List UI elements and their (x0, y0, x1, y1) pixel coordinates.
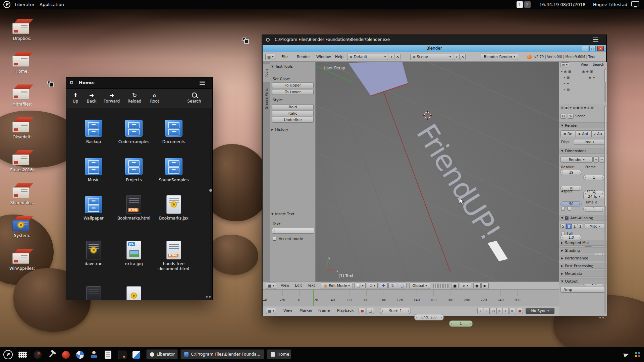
up-button[interactable]: ⬆ Up (69, 92, 82, 104)
panel-metadata[interactable]: ▶Metadata (559, 270, 607, 277)
frame-start-field[interactable]: Start:1 (380, 308, 411, 314)
panel-render[interactable]: ▼Render (559, 122, 607, 128)
resize-grip[interactable] (209, 296, 211, 298)
orientation-select[interactable]: Global▾ (409, 283, 430, 289)
panel-performance[interactable]: ▶Performance (559, 255, 607, 261)
resolution-pct-slider[interactable]: 50 (560, 201, 582, 206)
desktop-icon-home[interactable]: Home: (6, 52, 38, 74)
taskbar-button-liberator[interactable]: Liberator (146, 349, 178, 359)
audio-button[interactable]: ♪Au (591, 130, 605, 137)
underline-button[interactable]: Underline (272, 117, 314, 123)
menu-text[interactable]: Text (308, 282, 315, 289)
file-item[interactable]: dave.run (73, 241, 114, 266)
desktop-icon-dropbox[interactable]: Dropbox: (6, 19, 38, 41)
pivot-select[interactable]: ⊙▾ (367, 283, 378, 289)
frame-step-field[interactable]: 1 (583, 206, 605, 212)
render-opengl-anim-button[interactable]: ▶ (481, 283, 489, 289)
tab-object[interactable]: ▣ (576, 106, 579, 110)
editor-type-button[interactable]: ▦▾ (265, 54, 275, 60)
record-button[interactable]: ● (359, 308, 366, 314)
panel-dimensions[interactable]: ▼Dimensions (559, 148, 607, 154)
aa-samples-16[interactable]: 1 (578, 224, 583, 229)
file-item[interactable]: HTML hands-free document.html (154, 241, 194, 272)
clock-app-icon[interactable] (117, 349, 127, 360)
manipulator-translate-button[interactable]: ✚ (379, 283, 388, 289)
sync-select[interactable]: No Sync▾ (526, 308, 554, 314)
aa-samples-8[interactable]: 8 (566, 224, 572, 229)
file-item[interactable]: HTML Bookmarks.html (114, 195, 154, 221)
editor-type-button[interactable]: ▤▾ (560, 62, 569, 67)
file-item[interactable]: Wallpaper (73, 195, 114, 221)
layout-add-button[interactable]: + (389, 54, 394, 60)
panel-shading[interactable]: ▶Shading (559, 247, 607, 253)
file-item[interactable]: Projects (114, 157, 154, 183)
play-button[interactable]: ▷ (496, 308, 502, 314)
scrollbar-thumb[interactable] (604, 69, 606, 82)
menu-marker[interactable]: Marker (300, 307, 312, 314)
menu-view[interactable]: View (581, 63, 589, 66)
frame-start-field[interactable]: 1 (583, 175, 605, 180)
drawtype-select[interactable]: ▾ (354, 283, 366, 289)
window-menu-icon[interactable] (266, 38, 270, 42)
friend-logo-icon[interactable]: F (3, 1, 10, 8)
tab-data[interactable]: ◭ (587, 106, 590, 110)
scrollbar-thumb[interactable] (604, 106, 606, 207)
aa-samples-5[interactable]: 5 (560, 224, 566, 229)
file-item[interactable] (114, 286, 154, 300)
friend-launcher-icon[interactable]: F (3, 349, 13, 360)
menu-window[interactable]: Window (316, 52, 331, 61)
tab-layers[interactable]: ✦ (569, 106, 572, 110)
render-opengl-button[interactable]: ◉ (473, 283, 481, 289)
tool-app-icon[interactable] (46, 349, 57, 360)
panel-post-processing[interactable]: ▶Post Processing (559, 263, 607, 269)
keyboard-app-icon[interactable] (17, 349, 28, 360)
context-icon-button[interactable]: ✎ (568, 114, 574, 119)
forward-button[interactable]: ➜ Forward (102, 92, 122, 104)
chat-app-icon[interactable] (131, 349, 142, 360)
snap-magnet-button[interactable]: ∩▾ (460, 283, 471, 289)
blender-logo-icon[interactable] (527, 55, 532, 59)
taskbar-button-blender[interactable]: C:\Program Files\Blender Founda... (180, 349, 264, 359)
desktop-icon-winappfiles[interactable]: WinAppFiles: (6, 249, 38, 271)
pin-button[interactable]: ⊙ (560, 114, 566, 119)
render-preset-select[interactable]: Render▾ (560, 157, 593, 163)
jump-end-button[interactable]: » (509, 308, 515, 314)
screen-layout-select[interactable]: ▤ Default▾ (347, 54, 388, 60)
search-button[interactable]: Search (184, 92, 204, 104)
viewport-3d[interactable]: x y User Persp FriendUP! (1) Text (316, 62, 559, 282)
resolution-x-field[interactable]: 19 (560, 170, 582, 175)
menu-application[interactable]: Application (40, 0, 64, 9)
desktop-icon-profes2016[interactable]: Profes2016: (6, 150, 38, 172)
scene-delete-button[interactable]: ✕ (460, 54, 466, 60)
blender-app-titlebar[interactable]: Blender – ▢ ✕ (263, 45, 606, 52)
file-item[interactable]: Music (73, 157, 114, 183)
workspace-1[interactable]: 1 (517, 1, 523, 8)
panel-history[interactable]: ▶ History (271, 127, 288, 132)
layers-widget[interactable] (433, 284, 448, 288)
editor-type-button[interactable]: ▦▾ (266, 283, 276, 289)
filemanager-titlebar[interactable]: Home: (66, 77, 212, 89)
timeline-ruler[interactable]: -40 -20 0 20 40 60 80 100 120 140 160 18… (263, 290, 559, 306)
frame-end-field[interactable]: End:250 (414, 314, 444, 320)
scene-add-button[interactable]: + (454, 54, 460, 60)
scrollbar-track[interactable] (604, 106, 606, 313)
aa-samples-11[interactable]: 1 (572, 224, 577, 229)
reload-button[interactable]: ↻ Reload (126, 92, 143, 104)
panel-anti-aliasing[interactable]: ▼ Anti-Aliasing (559, 215, 607, 221)
lock-button[interactable]: ▣ (451, 283, 459, 289)
menu-liberator[interactable]: Liberator (15, 0, 35, 9)
accent-mode-checkbox[interactable]: Accent mode (273, 237, 303, 241)
to-upper-button[interactable]: To Upper (272, 82, 314, 88)
current-frame-field[interactable]: 1 (449, 320, 473, 327)
close-button[interactable]: ✕ (597, 46, 604, 51)
render-button[interactable]: ▦Re (560, 130, 575, 137)
panel-text-tools[interactable]: ▼ Text Tools (271, 64, 293, 69)
document-app-icon[interactable] (103, 349, 113, 360)
prev-keyframe-button[interactable]: ‹ (484, 308, 490, 314)
file-item[interactable]: SoundSamples (154, 157, 194, 183)
menu-search[interactable]: Search (593, 63, 604, 66)
window-depth-icon[interactable] (47, 81, 51, 84)
scrollbar-track[interactable] (210, 109, 211, 300)
display-icon[interactable] (631, 1, 639, 6)
desktop-icon-oksedelt[interactable]: Oksedelt: (6, 117, 38, 139)
